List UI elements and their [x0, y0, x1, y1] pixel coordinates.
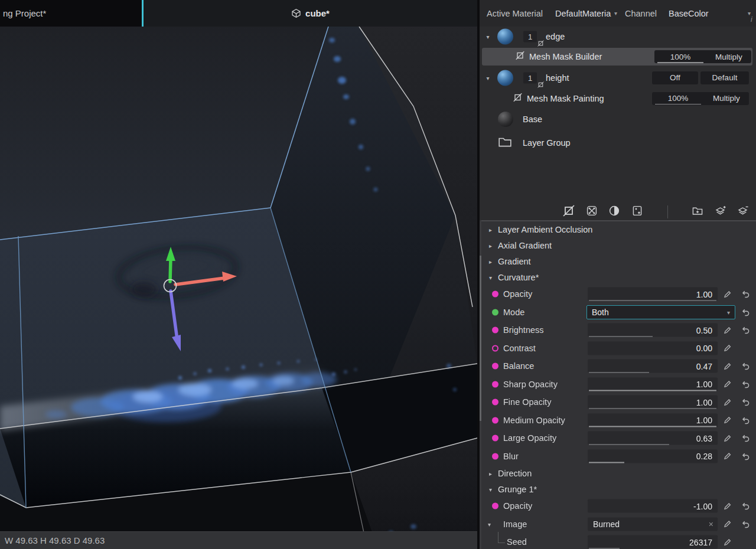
- tab-project[interactable]: ng Project*: [0, 0, 142, 27]
- layer-thumbnail[interactable]: [497, 70, 513, 86]
- parameter-row[interactable]: Large Opacity 0.63: [480, 429, 756, 447]
- section-header[interactable]: ▸Layer Ambient Occlusion: [480, 221, 756, 237]
- pencil-icon[interactable]: [720, 413, 734, 427]
- chevron-right-icon[interactable]: ▸: [489, 242, 492, 249]
- layer-thumbnail[interactable]: [498, 112, 513, 127]
- chevron-down-icon[interactable]: ▾: [614, 0, 617, 27]
- param-slider[interactable]: 26317: [588, 535, 718, 549]
- chevron-right-icon[interactable]: ▸: [489, 470, 492, 476]
- param-exposure-dot[interactable]: [492, 453, 498, 459]
- layer-thumbnail[interactable]: [497, 29, 513, 45]
- scrollbar-thumb[interactable]: [480, 256, 481, 421]
- pencil-icon[interactable]: [720, 499, 734, 513]
- pencil-icon[interactable]: [720, 359, 734, 373]
- undo-icon[interactable]: [738, 305, 752, 319]
- param-exposure-dot[interactable]: [492, 399, 498, 406]
- chevron-down-icon[interactable]: ▾: [489, 274, 492, 280]
- param-exposure-dot[interactable]: [492, 417, 498, 423]
- layer-row[interactable]: ▾1edge: [480, 27, 756, 47]
- param-slider[interactable]: 0.50: [588, 323, 718, 337]
- remove-layer-icon[interactable]: [737, 205, 749, 219]
- param-exposure-dot[interactable]: [492, 435, 498, 442]
- parameter-row[interactable]: Brightness 0.50: [480, 321, 756, 339]
- undo-icon[interactable]: [738, 431, 752, 445]
- undo-icon[interactable]: [738, 377, 752, 391]
- parameter-row[interactable]: Opacity 1.00: [480, 285, 756, 303]
- add-image-icon[interactable]: [631, 205, 643, 219]
- parameter-row[interactable]: ▾Image Burned ×: [480, 515, 756, 534]
- param-slider[interactable]: 1.00: [588, 413, 718, 427]
- param-slider[interactable]: 1.00: [588, 287, 718, 301]
- pencil-icon[interactable]: [720, 395, 734, 409]
- undo-icon[interactable]: [738, 499, 752, 513]
- param-slider[interactable]: 0.00: [588, 341, 718, 355]
- parameter-row[interactable]: Sharp Opacity 1.00: [480, 375, 756, 394]
- section-header[interactable]: ▸Axial Gradient: [480, 237, 756, 253]
- undo-icon[interactable]: [738, 413, 752, 427]
- pencil-icon[interactable]: [720, 449, 734, 463]
- chevron-down-icon[interactable]: ▾: [488, 521, 491, 527]
- layer-row[interactable]: ▾1heightOffDefault: [480, 68, 756, 87]
- chevron-right-icon[interactable]: ▸: [489, 258, 492, 264]
- section-header[interactable]: ▾Grunge 1*: [480, 481, 756, 497]
- section-header[interactable]: ▸Direction: [480, 465, 756, 481]
- parameter-row[interactable]: Balance 0.47: [480, 357, 756, 375]
- blend-mode-value[interactable]: Multiply: [704, 94, 749, 103]
- chevron-right-icon[interactable]: ▸: [489, 226, 492, 233]
- clear-image-icon[interactable]: ×: [709, 519, 713, 529]
- channel-select[interactable]: BaseColor: [669, 0, 709, 27]
- param-slider[interactable]: 0.47: [588, 360, 718, 373]
- param-exposure-dot[interactable]: [492, 291, 498, 298]
- image-picker[interactable]: Burned ×: [588, 517, 718, 531]
- section-header[interactable]: ▸Gradient: [480, 253, 756, 269]
- layer-effect-row[interactable]: Mesh Mask Painting 100% Multiply: [480, 90, 756, 107]
- param-slider[interactable]: 0.28: [588, 449, 718, 463]
- blend-mode-value[interactable]: Default: [700, 71, 749, 84]
- undo-icon[interactable]: [738, 395, 752, 409]
- undo-icon[interactable]: [738, 359, 752, 373]
- undo-icon[interactable]: [738, 517, 752, 531]
- param-exposure-dot[interactable]: [492, 345, 498, 351]
- layer-opacity-value[interactable]: 100%: [652, 94, 704, 103]
- param-exposure-dot[interactable]: [492, 327, 498, 334]
- param-exposure-dot[interactable]: [492, 503, 498, 509]
- add-procedural-icon[interactable]: [586, 205, 598, 219]
- chevron-down-icon[interactable]: ▾: [489, 486, 492, 492]
- undo-icon[interactable]: [738, 449, 752, 463]
- add-layer-icon[interactable]: [715, 205, 726, 219]
- parameter-row[interactable]: Fine Opacity 1.00: [480, 393, 756, 411]
- param-exposure-dot[interactable]: [492, 381, 498, 387]
- blend-mode-value[interactable]: Multiply: [706, 53, 751, 61]
- param-slider[interactable]: -1.00: [588, 499, 718, 513]
- parameter-row[interactable]: Contrast 0.00: [480, 339, 756, 358]
- pencil-icon[interactable]: [720, 341, 734, 355]
- layer-blend-controls[interactable]: 100% Multiply: [652, 92, 749, 105]
- layer-expander-icon[interactable]: ▾: [484, 74, 491, 81]
- undo-icon[interactable]: [738, 323, 752, 337]
- mode-dropdown[interactable]: Both ▾: [586, 305, 735, 319]
- layer-effect-row[interactable]: Mesh Mask Builder 100% Multiply: [482, 48, 752, 66]
- scrollbar[interactable]: [480, 220, 481, 549]
- layer-row[interactable]: Base: [480, 107, 756, 130]
- pencil-icon[interactable]: [720, 287, 734, 301]
- parameter-row[interactable]: Medium Opacity 1.00: [480, 411, 756, 430]
- new-folder-icon[interactable]: [692, 205, 703, 219]
- layer-opacity-value[interactable]: 100%: [654, 53, 706, 61]
- add-mask-icon[interactable]: [563, 205, 575, 219]
- layer-blend-controls[interactable]: 100% Multiply: [654, 50, 751, 63]
- param-slider[interactable]: 0.63: [588, 432, 718, 445]
- layer-expander-icon[interactable]: ▾: [484, 34, 491, 40]
- undo-icon[interactable]: [738, 287, 752, 301]
- add-adjustment-icon[interactable]: [608, 205, 620, 219]
- pencil-icon[interactable]: [720, 517, 734, 531]
- param-slider[interactable]: 1.00: [588, 377, 718, 391]
- viewport-3d-canvas[interactable]: [0, 0, 477, 549]
- pencil-icon[interactable]: [720, 535, 734, 549]
- param-exposure-dot[interactable]: [492, 309, 498, 315]
- pencil-icon[interactable]: [720, 431, 734, 445]
- layer-opacity-value[interactable]: Off: [652, 71, 698, 84]
- parameter-row[interactable]: Blur 0.28: [480, 447, 756, 466]
- tab-scene[interactable]: cube*: [144, 0, 477, 27]
- parameter-row[interactable]: Opacity -1.00: [480, 497, 756, 515]
- parameter-row[interactable]: Seed 26317: [480, 533, 756, 549]
